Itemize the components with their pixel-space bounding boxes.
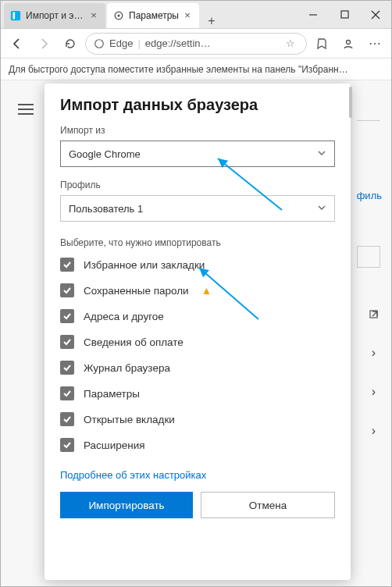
import-item-label: Сохраненные пароли — [84, 285, 189, 297]
import-item-row: Журнал браузера — [60, 361, 335, 375]
address-prefix: Edge — [109, 37, 133, 49]
import-browser-data-dialog: Импорт данных браузера Импорт из Google … — [45, 84, 351, 580]
import-item-label: Сведения об оплате — [84, 336, 184, 348]
separator: | — [137, 37, 140, 49]
import-item-row: Параметры — [60, 386, 335, 400]
close-window-button[interactable] — [360, 1, 391, 28]
hamburger-icon[interactable] — [18, 104, 34, 115]
checkbox[interactable] — [60, 361, 74, 375]
import-from-select[interactable]: Google Chrome — [60, 141, 335, 167]
svg-point-9 — [347, 40, 351, 44]
chevron-right-icon[interactable]: › — [372, 346, 376, 360]
tab-label: Параметры — [129, 10, 179, 21]
checkbox[interactable] — [60, 412, 74, 426]
svg-rect-5 — [341, 11, 348, 18]
import-item-label: Открытые вкладки — [84, 414, 175, 425]
import-item-row: Избранное или закладки — [60, 258, 335, 272]
minimize-button[interactable] — [298, 1, 329, 28]
maximize-button[interactable] — [329, 1, 360, 28]
profile-button[interactable] — [337, 32, 360, 55]
checkbox[interactable] — [60, 335, 74, 349]
refresh-button[interactable] — [59, 32, 82, 55]
bookmarks-bar-hint: Для быстрого доступа поместите избранные… — [1, 59, 391, 80]
import-from-label: Импорт из — [60, 125, 335, 136]
close-icon[interactable]: × — [88, 10, 99, 21]
background-link[interactable]: филь — [357, 190, 382, 201]
import-item-label: Избранное или закладки — [84, 259, 205, 271]
window-controls — [298, 1, 391, 28]
external-link-icon[interactable] — [369, 308, 380, 322]
checkbox[interactable] — [60, 386, 74, 400]
toolbar: Edge | edge://settin… ☆ ⋯ — [1, 29, 391, 59]
dialog-buttons: Импортировать Отмена — [60, 492, 335, 518]
close-icon[interactable]: × — [182, 10, 193, 21]
chevron-down-icon — [317, 148, 326, 160]
import-item-row: Адреса и другое — [60, 309, 335, 323]
checkbox[interactable] — [60, 258, 74, 272]
gear-icon — [113, 10, 124, 21]
import-items-list: Избранное или закладкиСохраненные пароли… — [60, 258, 335, 452]
import-item-label: Параметры — [84, 388, 140, 400]
address-text: edge://settin… — [145, 37, 281, 49]
edge-logo-icon — [94, 38, 105, 49]
import-item-label: Адреса и другое — [84, 311, 164, 322]
import-item-row: Расширения — [60, 438, 335, 452]
chevron-right-icon[interactable]: › — [372, 424, 376, 438]
menu-button[interactable]: ⋯ — [363, 32, 387, 55]
favorites-button[interactable] — [310, 32, 333, 55]
forward-button[interactable] — [32, 32, 55, 55]
import-item-row: Открытые вкладки — [60, 412, 335, 426]
cancel-button[interactable]: Отмена — [201, 492, 335, 518]
import-button[interactable]: Импортировать — [60, 492, 193, 518]
import-item-label: Журнал браузера — [84, 362, 170, 374]
svg-point-3 — [117, 14, 119, 16]
address-bar[interactable]: Edge | edge://settin… ☆ — [85, 33, 307, 55]
svg-rect-1 — [13, 12, 16, 20]
tab-strip: Импорт и эк… × Параметры × + — [1, 1, 298, 28]
background-box — [357, 105, 380, 121]
profile-select[interactable]: Пользователь 1 — [60, 195, 335, 222]
chevron-down-icon — [317, 203, 326, 215]
back-button[interactable] — [5, 32, 29, 55]
checkbox[interactable] — [60, 283, 74, 297]
favorite-icon[interactable]: ☆ — [286, 37, 298, 49]
import-item-row: Сведения об оплате — [60, 335, 335, 349]
profile-value: Пользователь 1 — [69, 203, 143, 215]
window-titlebar: Импорт и эк… × Параметры × + — [1, 1, 391, 29]
checkbox[interactable] — [60, 438, 74, 452]
profile-label: Профиль — [60, 180, 335, 190]
tab-favicon — [10, 10, 21, 21]
checkbox[interactable] — [60, 309, 74, 323]
chevron-right-icon[interactable]: › — [372, 385, 376, 399]
svg-point-8 — [95, 39, 104, 48]
choose-items-label: Выберите, что нужно импортировать — [60, 237, 335, 248]
import-from-value: Google Chrome — [69, 148, 141, 160]
new-tab-button[interactable]: + — [201, 14, 223, 28]
svg-rect-0 — [11, 11, 20, 20]
background-box — [357, 246, 380, 268]
tab-settings[interactable]: Параметры × — [107, 3, 199, 28]
learn-more-link[interactable]: Подробнее об этих настройках — [60, 469, 335, 481]
tab-import-export[interactable]: Импорт и эк… × — [4, 3, 105, 28]
tab-label: Импорт и эк… — [26, 10, 85, 21]
scrollbar-thumb[interactable] — [349, 87, 352, 118]
import-item-label: Расширения — [84, 439, 145, 451]
dialog-title: Импорт данных браузера — [60, 96, 335, 114]
import-item-row: Сохраненные пароли▲ — [60, 283, 335, 297]
warning-icon: ▲ — [201, 285, 212, 297]
